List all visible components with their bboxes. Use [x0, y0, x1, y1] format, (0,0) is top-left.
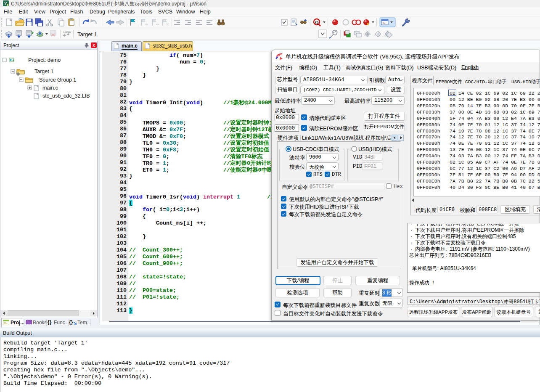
svg-text:Q: Q: [315, 20, 319, 25]
svg-text:Target 1: Target 1: [77, 31, 97, 37]
svg-text:LOAD: LOAD: [63, 30, 71, 33]
svg-text:x: x: [367, 21, 369, 26]
